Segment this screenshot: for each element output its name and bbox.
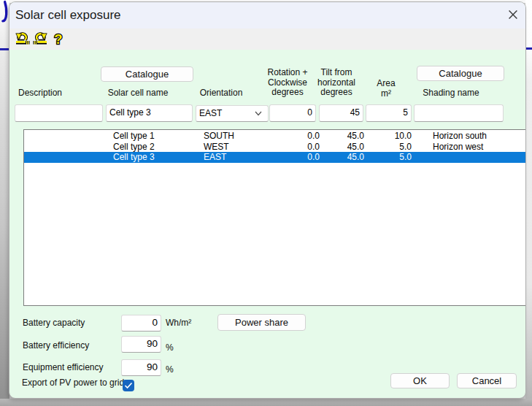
svg-text:?: ? xyxy=(54,32,62,47)
